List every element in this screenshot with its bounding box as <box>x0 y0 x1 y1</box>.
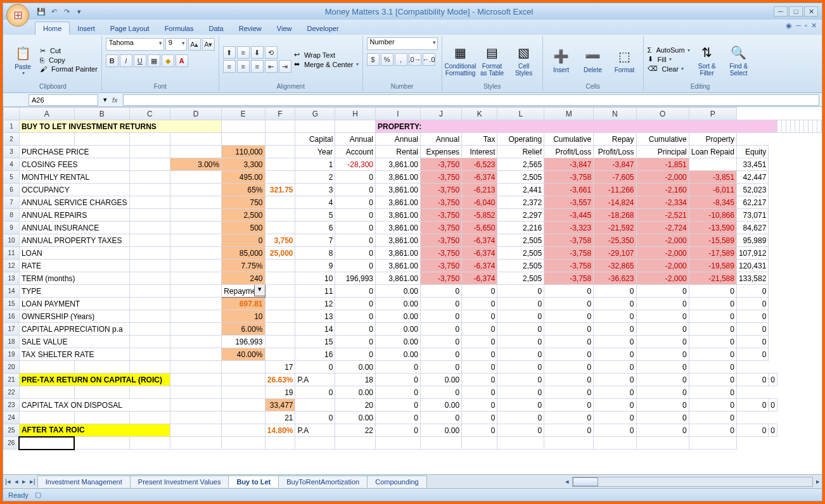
cell[interactable]: Property <box>689 133 736 146</box>
cell[interactable]: 12 <box>295 298 335 310</box>
cell[interactable]: Expenses <box>421 146 462 158</box>
row-header-8[interactable]: 8 <box>4 209 20 222</box>
tab-nav-last[interactable]: ▸| <box>28 477 37 486</box>
col-header-G[interactable]: G <box>295 108 335 120</box>
cell[interactable]: 0 <box>462 361 497 374</box>
cell[interactable]: 3,861.00 <box>376 184 421 196</box>
cell[interactable]: -6,374 <box>462 260 497 272</box>
cell[interactable]: 0 <box>335 209 376 222</box>
cell[interactable]: 0 <box>594 285 636 298</box>
cell[interactable]: 0 <box>636 310 689 323</box>
row-header-9[interactable]: 9 <box>4 222 20 234</box>
cell[interactable]: -15,589 <box>689 234 736 247</box>
tab-home[interactable]: Home <box>35 22 70 35</box>
cell[interactable]: 0 <box>544 323 594 336</box>
cell[interactable]: 0 <box>462 348 497 361</box>
cell[interactable]: 0 <box>689 336 736 348</box>
cell[interactable]: 0 <box>376 399 421 412</box>
col-header-F[interactable]: F <box>265 108 295 120</box>
cell[interactable]: -6,213 <box>462 184 497 196</box>
cell[interactable]: 0 <box>497 323 544 336</box>
cell[interactable] <box>170 196 222 209</box>
cell[interactable]: 14.80% <box>265 424 295 437</box>
cell[interactable]: 0 <box>689 374 736 386</box>
cell[interactable]: 3,861.00 <box>376 196 421 209</box>
formula-bar[interactable] <box>123 94 819 106</box>
sheet-tab-present-investment-values[interactable]: Present Investment Values <box>130 476 229 488</box>
hscroll-left[interactable]: ◂ <box>563 477 571 486</box>
cell[interactable]: -28,300 <box>335 158 376 171</box>
cell[interactable]: -3,750 <box>421 272 462 285</box>
cell[interactable]: 0.00 <box>376 298 421 310</box>
cell[interactable]: -2,160 <box>636 184 689 196</box>
col-header-D[interactable]: D <box>170 108 222 120</box>
cell[interactable]: Profit/Loss <box>594 146 636 158</box>
cell[interactable]: 62,217 <box>736 196 768 209</box>
align-top-button[interactable]: ⬆ <box>223 46 236 59</box>
cell[interactable]: 3,861.00 <box>376 234 421 247</box>
merge-center-button[interactable]: ⬌ Merge & Center▾ <box>294 60 359 68</box>
name-box[interactable]: A26 <box>29 94 98 106</box>
cell[interactable]: 0 <box>497 399 544 412</box>
cell[interactable]: 0.00 <box>376 336 421 348</box>
cell[interactable]: 2,505 <box>497 171 544 184</box>
cell[interactable]: -3,758 <box>544 272 594 285</box>
bold-button[interactable]: B <box>106 54 118 67</box>
row-header-13[interactable]: 13 <box>4 272 20 285</box>
cell[interactable]: 0 <box>335 310 376 323</box>
cell[interactable]: Principal <box>636 146 689 158</box>
row-header-12[interactable]: 12 <box>4 260 20 272</box>
cell[interactable]: 196,993 <box>335 272 376 285</box>
cell[interactable]: 0 <box>689 424 736 437</box>
cell[interactable]: 750 <box>222 196 265 209</box>
cell[interactable]: 0.00 <box>335 412 376 424</box>
cell[interactable]: 0 <box>497 374 544 386</box>
cell[interactable]: 0 <box>689 361 736 374</box>
cell[interactable]: 0 <box>769 399 777 412</box>
macro-record-icon[interactable]: ▢ <box>35 491 41 499</box>
cell[interactable] <box>265 222 295 234</box>
cell[interactable]: 0 <box>335 222 376 234</box>
tab-formulas[interactable]: Formulas <box>157 22 201 35</box>
clear-button[interactable]: ⌫ Clear▾ <box>648 65 690 73</box>
cell[interactable] <box>265 272 295 285</box>
cell[interactable]: 0 <box>544 336 594 348</box>
col-header-O[interactable]: O <box>636 108 689 120</box>
cell[interactable]: 0 <box>335 323 376 336</box>
cell[interactable]: 2,441 <box>497 184 544 196</box>
cell[interactable]: 2 <box>295 171 335 184</box>
cell[interactable]: -6,523 <box>462 158 497 171</box>
cell[interactable]: -3,750 <box>421 158 462 171</box>
cell[interactable] <box>170 222 222 234</box>
cell[interactable] <box>265 209 295 222</box>
align-left-button[interactable]: ≡ <box>223 60 236 73</box>
cell[interactable]: 0 <box>295 412 335 424</box>
cell[interactable]: 84,627 <box>736 222 768 234</box>
cell[interactable]: 0 <box>497 285 544 298</box>
row-header-24[interactable]: 24 <box>4 412 20 424</box>
cell[interactable]: 7.75% <box>222 260 265 272</box>
cell[interactable]: 0 <box>736 323 768 336</box>
cell[interactable]: -3,847 <box>594 158 636 171</box>
delete-cells-button[interactable]: ➖Delete <box>579 45 608 75</box>
cell[interactable]: 110,000 <box>222 146 265 158</box>
cell[interactable]: Annual <box>421 133 462 146</box>
cell[interactable]: 0 <box>636 285 689 298</box>
cell[interactable]: Equity <box>736 146 768 158</box>
cell[interactable]: 0 <box>544 348 594 361</box>
copy-button[interactable]: ⎘ Copy <box>40 56 98 64</box>
cell[interactable]: 0 <box>421 336 462 348</box>
cell[interactable]: Tax <box>462 133 497 146</box>
save-icon[interactable]: 💾 <box>36 6 46 16</box>
name-box-dropdown-icon[interactable]: ▾ <box>103 96 107 104</box>
cell[interactable]: 0 <box>544 412 594 424</box>
number-format-combo[interactable]: Number <box>367 37 438 50</box>
cell[interactable]: 0 <box>689 323 736 336</box>
cell[interactable]: 0 <box>462 399 497 412</box>
cell[interactable]: 0 <box>335 184 376 196</box>
cell[interactable]: 0 <box>636 336 689 348</box>
cell[interactable]: 0 <box>594 386 636 399</box>
cell[interactable]: -6,374 <box>462 272 497 285</box>
cell[interactable]: 33,451 <box>736 158 768 171</box>
cell[interactable]: 19 <box>265 386 295 399</box>
